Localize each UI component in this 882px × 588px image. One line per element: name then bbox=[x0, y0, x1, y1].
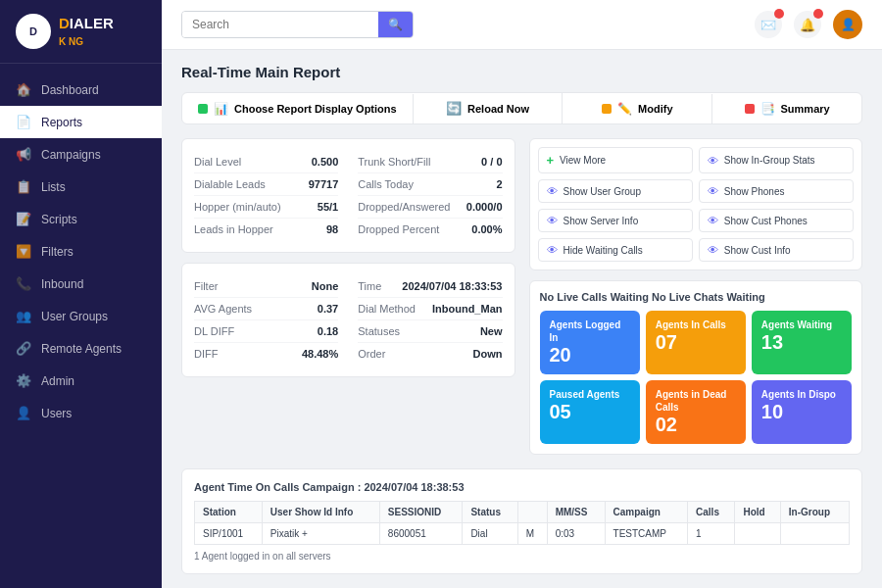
logo-icon: D bbox=[16, 14, 51, 49]
info-row-hopper: Hopper (min/auto) 55/1 bbox=[194, 196, 338, 219]
status-card-agents-in-calls[interactable]: Agents In Calls 07 bbox=[646, 311, 746, 374]
status-card-agents-logged-in[interactable]: Agents Logged In 20 bbox=[540, 311, 640, 374]
mail-icon[interactable]: ✉️ bbox=[755, 11, 782, 38]
info-row-order: Order Down bbox=[358, 343, 502, 365]
sidebar-item-reports[interactable]: 📄 Reports bbox=[0, 106, 162, 138]
info-row-time: Time 2024/07/04 18:33:53 bbox=[358, 275, 502, 298]
logo: D DIALERK NG bbox=[0, 0, 162, 64]
left-panels: Dial Level 0.500 Dialable Leads 97717 Ho… bbox=[181, 138, 515, 455]
info-row-statuses: Statuses New bbox=[358, 320, 502, 343]
info-row-dial-level: Dial Level 0.500 bbox=[194, 151, 338, 173]
show-phones-btn[interactable]: 👁 Show Phones bbox=[699, 179, 854, 203]
scripts-icon: 📝 bbox=[16, 212, 31, 226]
status-card-agents-waiting[interactable]: Agents Waiting 13 bbox=[752, 311, 852, 374]
sidebar-item-admin[interactable]: ⚙️ Admin bbox=[0, 365, 162, 397]
agent-footer: 1 Agent logged in on all servers bbox=[194, 551, 850, 562]
filters-icon: 🔽 bbox=[16, 244, 31, 259]
status-grid: Agents Logged In 20 Agents In Calls 07 A… bbox=[540, 311, 853, 444]
sidebar-item-dashboard[interactable]: 🏠 Dashboard bbox=[0, 74, 162, 106]
col-hold: Hold bbox=[735, 502, 780, 523]
avatar[interactable]: 👤 bbox=[833, 10, 862, 39]
eye-icon-6: 👁 bbox=[547, 244, 558, 256]
plus-icon: + bbox=[547, 153, 555, 168]
info-row-dropped-pct: Dropped Percent 0.00% bbox=[358, 219, 502, 240]
search-button[interactable]: 🔍 bbox=[378, 12, 413, 37]
status-card-paused-agents[interactable]: Paused Agents 05 bbox=[540, 380, 640, 444]
summary-icon: 📑 bbox=[760, 102, 775, 116]
topbar: 🔍 ✉️ 🔔 👤 bbox=[162, 0, 882, 50]
view-more-btn[interactable]: + View More bbox=[538, 147, 693, 173]
inbound-icon: 📞 bbox=[16, 276, 31, 291]
choose-report-btn[interactable]: 📊 Choose Report Display Options bbox=[182, 94, 414, 123]
eye-icon-1: 👁 bbox=[708, 155, 718, 167]
show-user-group-btn[interactable]: 👁 Show User Group bbox=[538, 179, 693, 203]
info-row-calls-today: Calls Today 2 bbox=[358, 173, 502, 196]
red-dot bbox=[745, 104, 755, 114]
eye-icon-2: 👁 bbox=[547, 185, 558, 197]
status-section: No Live Calls Waiting No Live Chats Wait… bbox=[529, 280, 863, 455]
pencil-icon: ✏️ bbox=[617, 102, 632, 116]
info-row-leads-hopper: Leads in Hopper 98 bbox=[194, 219, 338, 240]
action-row-1: + View More 👁 Show In-Group Stats bbox=[538, 147, 855, 173]
sidebar-item-lists[interactable]: 📋 Lists bbox=[0, 171, 162, 203]
sidebar-item-campaigns[interactable]: 📢 Campaigns bbox=[0, 138, 162, 171]
sidebar-item-user-groups[interactable]: 👥 User Groups bbox=[0, 300, 162, 332]
user-groups-icon: 👥 bbox=[16, 309, 31, 323]
remote-agents-icon: 🔗 bbox=[16, 341, 31, 356]
show-cust-info-btn[interactable]: 👁 Show Cust Info bbox=[699, 238, 854, 262]
col-campaign: Campaign bbox=[605, 502, 688, 523]
page-title: Real-Time Main Report bbox=[181, 64, 862, 80]
agent-table: Station User Show Id Info SESSIONID Stat… bbox=[194, 501, 850, 545]
info-row-filter: Filter None bbox=[194, 275, 338, 298]
eye-icon-7: 👁 bbox=[708, 244, 718, 256]
col-status: Status bbox=[463, 502, 517, 523]
info-row-dropped-answered: Dropped/Answered 0.000/0 bbox=[358, 196, 502, 219]
info-panel-top: Dial Level 0.500 Dialable Leads 97717 Ho… bbox=[181, 138, 515, 253]
status-card-agents-dispo[interactable]: Agents In Dispo 10 bbox=[752, 380, 852, 444]
campaigns-icon: 📢 bbox=[16, 147, 31, 162]
agent-section: Agent Time On Calls Campaign : 2024/07/0… bbox=[181, 468, 862, 574]
report-toolbar: 📊 Choose Report Display Options 🔄 Reload… bbox=[181, 92, 862, 124]
green-dot bbox=[198, 104, 208, 114]
chart-icon: 📊 bbox=[214, 102, 228, 116]
sidebar-item-inbound[interactable]: 📞 Inbound bbox=[0, 268, 162, 300]
reports-icon: 📄 bbox=[16, 115, 31, 129]
info-row-dl-diff: DL DIFF 0.18 bbox=[194, 320, 338, 343]
col-ingroup: In-Group bbox=[780, 502, 849, 523]
bell-icon[interactable]: 🔔 bbox=[794, 11, 821, 38]
col-user-show: User Show Id Info bbox=[262, 502, 379, 523]
main-grid: Dial Level 0.500 Dialable Leads 97717 Ho… bbox=[181, 138, 862, 455]
info-row-diff: DIFF 48.48% bbox=[194, 343, 338, 365]
summary-btn[interactable]: 📑 Summary bbox=[712, 94, 861, 123]
show-server-info-btn[interactable]: 👁 Show Server Info bbox=[538, 209, 693, 232]
table-row: SIP/1001 Pixatik + 8600051 Dial M 0:03 T… bbox=[195, 523, 850, 545]
status-card-agents-dead-calls[interactable]: Agents in Dead Calls 02 bbox=[646, 380, 746, 444]
col-sessionid: SESSIONID bbox=[379, 502, 463, 523]
show-ingroup-stats-btn[interactable]: 👁 Show In-Group Stats bbox=[699, 147, 854, 173]
sidebar-item-scripts[interactable]: 📝 Scripts bbox=[0, 203, 162, 235]
home-icon: 🏠 bbox=[16, 82, 31, 97]
show-cust-phones-btn[interactable]: 👁 Show Cust Phones bbox=[699, 209, 854, 232]
sidebar-item-remote-agents[interactable]: 🔗 Remote Agents bbox=[0, 332, 162, 365]
col-calls: Calls bbox=[688, 502, 735, 523]
eye-icon-3: 👁 bbox=[708, 185, 718, 197]
action-row-2: 👁 Show User Group 👁 Show Phones bbox=[538, 179, 855, 203]
main: 🔍 ✉️ 🔔 👤 Real-Time Main Report 📊 Choose … bbox=[162, 0, 882, 588]
modify-btn[interactable]: ✏️ Modify bbox=[563, 94, 712, 123]
info-row-avg-agents: AVG Agents 0.37 bbox=[194, 298, 338, 320]
reload-btn[interactable]: 🔄 Reload Now bbox=[414, 93, 564, 123]
hide-waiting-calls-btn[interactable]: 👁 Hide Waiting Calls bbox=[538, 238, 693, 262]
search-input[interactable] bbox=[182, 12, 378, 37]
users-icon: 👤 bbox=[16, 406, 31, 420]
agent-section-title: Agent Time On Calls Campaign : 2024/07/0… bbox=[194, 481, 850, 493]
info-row-dialable-leads: Dialable Leads 97717 bbox=[194, 173, 338, 196]
topbar-icons: ✉️ 🔔 👤 bbox=[755, 10, 862, 39]
sidebar-item-filters[interactable]: 🔽 Filters bbox=[0, 235, 162, 268]
admin-icon: ⚙️ bbox=[16, 373, 31, 388]
info-row-trunk: Trunk Short/Fill 0 / 0 bbox=[358, 151, 502, 173]
reload-icon: 🔄 bbox=[446, 101, 462, 116]
logo-text: DIALERK NG bbox=[59, 15, 114, 48]
yellow-dot bbox=[602, 104, 612, 114]
sidebar-item-users[interactable]: 👤 Users bbox=[0, 397, 162, 429]
search-wrapper: 🔍 bbox=[181, 11, 414, 38]
